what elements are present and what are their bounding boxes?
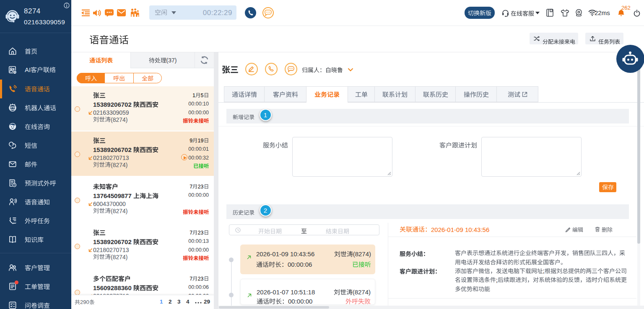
svg-text:AI: AI <box>14 71 16 73</box>
